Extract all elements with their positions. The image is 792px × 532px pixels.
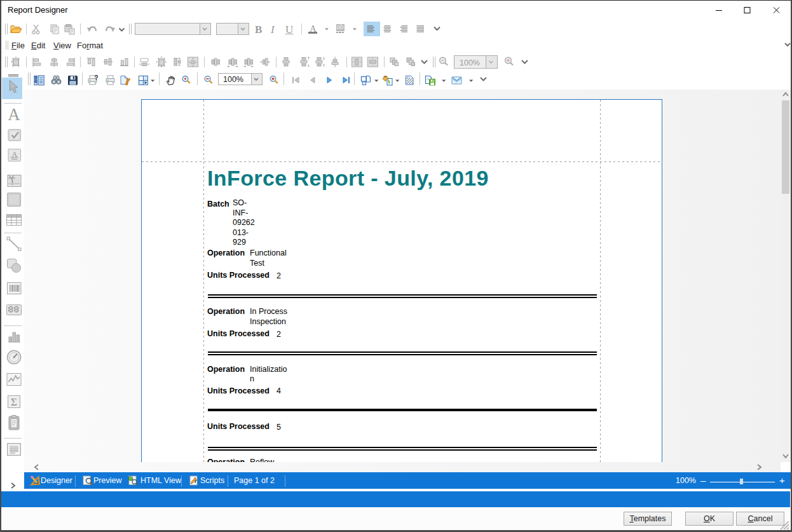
- svg-text:Σ: Σ: [11, 396, 17, 408]
- svg-text:A: A: [8, 105, 20, 123]
- svg-text:A: A: [11, 150, 17, 159]
- svg-text:?: ?: [95, 75, 99, 81]
